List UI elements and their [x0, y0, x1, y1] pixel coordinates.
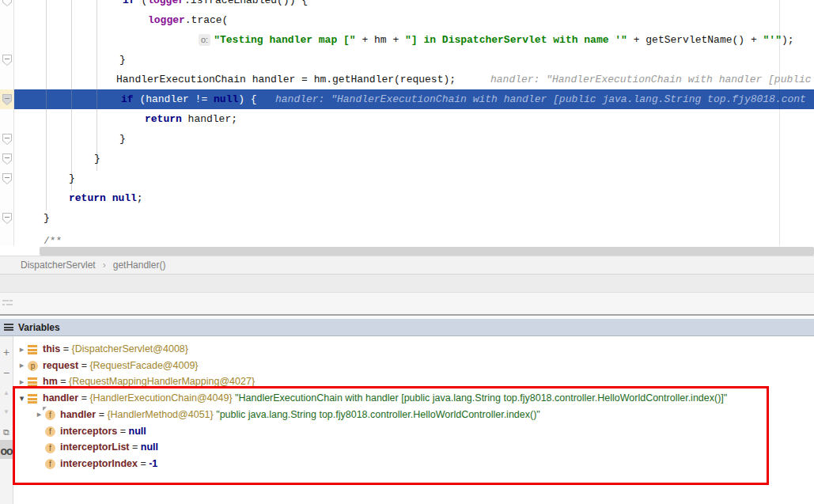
circle-glyph: p — [28, 361, 38, 371]
chevron-right-icon[interactable]: ▸ — [16, 360, 28, 370]
object-reference: {HandlerExecutionChain@4049} — [89, 392, 235, 404]
parameter-hint-chip: o: — [199, 34, 210, 46]
duplicate-icon[interactable]: ⧉ — [0, 427, 13, 441]
variable-row[interactable]: ▸prequest = {RequestFacade@4009} — [13, 358, 814, 373]
code-segment: ( — [135, 0, 148, 6]
code-segment: (handler != — [134, 93, 214, 105]
variable-row[interactable]: ▾handler = {HandlerExecutionChain@4049} … — [13, 390, 814, 406]
code-text: return handler; — [145, 109, 237, 129]
code-line[interactable]: return handler; — [0, 109, 814, 129]
code-line[interactable]: if (handler != null) {handler: "HandlerE… — [0, 89, 814, 109]
code-segment: } — [44, 212, 50, 224]
move-down-icon[interactable]: ▼ — [0, 408, 13, 423]
code-text: } — [44, 208, 50, 228]
variable-name: this — [43, 343, 60, 354]
code-text: logger.trace( — [148, 10, 228, 30]
circle-glyph: f — [45, 443, 55, 453]
code-text: } — [119, 129, 126, 149]
code-segment: "Testing handler map [" — [214, 34, 355, 46]
breadcrumb: DispatcherServlet › getHandler() — [0, 256, 814, 275]
object-reference: {DispatcherServlet@4008} — [71, 343, 188, 354]
variable-name: hm — [43, 376, 58, 387]
circle-glyph: f — [45, 459, 55, 469]
breadcrumb-item-method[interactable]: getHandler() — [113, 260, 166, 271]
code-segment: ); — [782, 34, 794, 46]
variable-row[interactable]: finterceptorIndex = -1 — [13, 456, 814, 472]
debugger-inline-hint: handler: "HandlerExecutionChain with han… — [275, 89, 806, 109]
code-editor[interactable]: if (logger.isTraceEnabled()) {logger.tra… — [0, 0, 814, 256]
ide-debug-screen: if (logger.isTraceEnabled()) {logger.tra… — [0, 0, 814, 504]
fold-minus-icon — [5, 59, 9, 59]
code-segment: .trace( — [185, 14, 229, 26]
code-line[interactable]: return null; — [0, 188, 814, 208]
circle-glyph: f — [45, 426, 55, 437]
object-reference: {HandlerMethod@4051} — [107, 409, 216, 420]
indent-spacer — [13, 447, 33, 448]
equals-sign: = — [138, 458, 149, 469]
code-line[interactable]: o:"Testing handler map [" + hm + "] in D… — [0, 30, 814, 50]
chevron-right-icon[interactable]: ▸ — [16, 377, 28, 387]
horizontal-scrollbar[interactable] — [40, 247, 814, 256]
variable-row[interactable]: finterceptorList = null — [13, 439, 814, 455]
field-f-icon: f — [45, 426, 56, 436]
variable-row[interactable]: ▸hm = {RequestMappingHandlerMapping@4027… — [13, 373, 814, 389]
add-icon[interactable]: + — [0, 346, 13, 360]
chevron-right-icon[interactable]: ▸ — [33, 409, 45, 419]
breadcrumb-item-class[interactable]: DispatcherServlet — [21, 260, 96, 271]
variable-name: handler — [60, 409, 96, 420]
indent-spacer — [13, 430, 33, 431]
code-segment: if — [121, 93, 134, 105]
variable-name: interceptorIndex — [60, 458, 138, 469]
field-f-icon: f — [45, 442, 56, 453]
fold-minus-icon — [5, 217, 9, 218]
field-f-pinned-icon: f — [45, 409, 56, 419]
move-up-icon[interactable]: ▲ — [0, 389, 13, 404]
code-segment: .isTraceEnabled()) { — [184, 0, 308, 6]
circle-glyph: f — [45, 410, 55, 420]
code-line[interactable]: } — [0, 169, 814, 188]
code-segment: return — [145, 113, 182, 125]
code-segment: null — [112, 192, 137, 204]
string-value: "public java.lang.String top.fjy8018.con… — [216, 409, 540, 420]
field-f-icon: f — [45, 458, 56, 468]
code-line[interactable]: logger.trace( — [0, 10, 814, 30]
string-value: "HandlerExecutionChain with handler [pub… — [235, 392, 727, 404]
layout-settings-icon[interactable] — [2, 298, 13, 308]
chevron-right-icon[interactable]: ▸ — [16, 344, 28, 354]
debugger-toolbar-row — [0, 293, 814, 314]
variable-row[interactable]: finterceptors = null — [13, 423, 814, 439]
code-segment: } — [119, 54, 126, 66]
remove-icon[interactable]: − — [0, 366, 13, 381]
variables-panel: +−▲▼⧉oo ▸this = {DispatcherServlet@4008}… — [0, 336, 814, 504]
variable-name: interceptorList — [60, 441, 130, 453]
panel-menu-icon[interactable] — [4, 324, 13, 331]
code-segment: ) { — [238, 93, 256, 105]
fold-minus-icon — [5, 98, 9, 99]
code-text: } — [69, 169, 75, 188]
fold-minus-icon — [5, 138, 9, 138]
equals-sign: = — [58, 376, 69, 387]
debugger-inline-hint: handler: "HandlerExecutionChain with han… — [490, 70, 812, 89]
variable-row[interactable]: ▸fhandler = {HandlerMethod@4051} "public… — [13, 407, 814, 423]
code-line[interactable]: HandlerExecutionChain handler = hm.getHa… — [0, 70, 814, 89]
equals-sign: = — [60, 343, 71, 354]
code-line[interactable]: } — [0, 129, 814, 149]
literal-value: -1 — [149, 458, 157, 469]
code-line[interactable]: if (logger.isTraceEnabled()) { — [0, 0, 814, 10]
variable-row[interactable]: ▸this = {DispatcherServlet@4008} — [13, 341, 814, 357]
show-watches-icon[interactable]: oo — [0, 445, 13, 459]
code-line[interactable]: } — [0, 149, 814, 169]
editor-debugger-splitter[interactable] — [0, 275, 814, 293]
code-segment: logger — [148, 14, 185, 26]
variables-panel-header: Variables — [0, 319, 814, 336]
indent-spacer — [13, 414, 33, 415]
chevron-down-icon[interactable]: ▾ — [16, 393, 28, 404]
equals-sign: = — [78, 360, 89, 371]
code-text: o:"Testing handler map [" + hm + "] in D… — [199, 30, 794, 50]
equals-sign: = — [96, 409, 107, 420]
code-line[interactable]: } — [0, 208, 814, 228]
code-line[interactable]: } — [0, 50, 814, 70]
code-text: if (handler != null) { — [121, 89, 257, 109]
code-segment: logger — [147, 0, 184, 6]
code-segment: HandlerExecutionChain handler = hm.getHa… — [116, 74, 456, 85]
